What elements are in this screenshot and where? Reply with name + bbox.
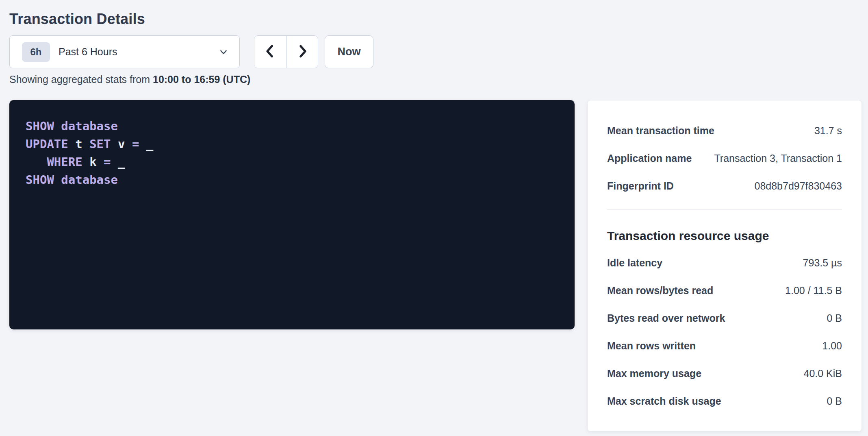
time-nav-button-group [254, 35, 318, 68]
now-button[interactable]: Now [325, 35, 373, 68]
next-time-button[interactable] [286, 36, 318, 68]
summary-row: Fingerprint ID 08d8b7d97f830463 [607, 172, 842, 200]
sql-token-plain: _ [111, 155, 125, 169]
summary-row-value: 31.7 s [814, 125, 842, 137]
sql-token-plain [26, 155, 47, 169]
usage-row: Idle latency 793.5 µs [607, 249, 842, 277]
summary-row-label: Fingerprint ID [607, 180, 674, 192]
usage-row-value: 1.00 / 11.5 B [785, 285, 842, 296]
chevron-right-icon [295, 44, 309, 60]
usage-row-value: 40.0 KiB [803, 368, 842, 379]
summary-row-value: Transaction 3, Transaction 1 [714, 153, 842, 164]
sql-token-plain: k [82, 155, 104, 169]
sql-token-plain: _ [139, 137, 153, 151]
sql-code-line: WHERE k = _ [26, 153, 558, 171]
sql-code-line: SHOW database [26, 117, 558, 135]
sql-token-keyword: = [104, 155, 111, 169]
chevron-down-icon [218, 47, 229, 57]
usage-row-label: Max memory usage [607, 368, 701, 379]
usage-row-label: Max scratch disk usage [607, 395, 721, 407]
caption-time-range: 10:00 to 16:59 (UTC) [153, 74, 250, 85]
prev-time-button[interactable] [254, 36, 286, 68]
transaction-details-page: Transaction Details 6h Past 6 Hours [0, 0, 868, 432]
usage-row-label: Mean rows written [607, 340, 696, 352]
usage-row: Bytes read over network 0 B [607, 304, 842, 332]
sql-code-line: SHOW database [26, 171, 558, 189]
usage-row: Max memory usage 40.0 KiB [607, 360, 842, 387]
usage-row-label: Mean rows/bytes read [607, 285, 713, 296]
summary-row: Application name Transaction 3, Transact… [607, 144, 842, 172]
aggregated-stats-caption: Showing aggregated stats from 10:00 to 1… [9, 74, 868, 85]
sql-token-plain: v [111, 137, 132, 151]
card-divider [607, 209, 842, 210]
usage-row-value: 0 B [827, 312, 842, 324]
summary-row-label: Application name [607, 153, 692, 164]
resource-usage-section-title: Transaction resource usage [607, 228, 842, 244]
chevron-left-icon [263, 44, 277, 60]
usage-row: Mean rows written 1.00 [607, 332, 842, 360]
caption-prefix: Showing aggregated stats from [9, 74, 153, 85]
usage-row-value: 0 B [827, 395, 842, 407]
time-range-picker[interactable]: 6h Past 6 Hours [9, 35, 240, 68]
usage-row-value: 1.00 [822, 340, 842, 352]
summary-row-label: Mean transaction time [607, 125, 714, 137]
usage-row-label: Idle latency [607, 257, 662, 269]
sql-token-keyword: SET [89, 137, 111, 151]
sql-token-keyword: SHOW database [26, 173, 118, 187]
transaction-summary-card: Mean transaction time 31.7 s Application… [587, 100, 862, 432]
sql-token-keyword: WHERE [47, 155, 82, 169]
sql-token-keyword: = [132, 137, 139, 151]
summary-row-value: 08d8b7d97f830463 [754, 180, 842, 192]
usage-row-value: 793.5 µs [803, 257, 842, 269]
usage-row-label: Bytes read over network [607, 312, 725, 324]
sql-statements-box: SHOW databaseUPDATE t SET v = _ WHERE k … [9, 100, 575, 329]
usage-row: Mean rows/bytes read 1.00 / 11.5 B [607, 277, 842, 304]
summary-row: Mean transaction time 31.7 s [607, 117, 842, 144]
sql-code: SHOW databaseUPDATE t SET v = _ WHERE k … [26, 117, 558, 189]
page-title: Transaction Details [9, 10, 868, 28]
sql-token-plain: t [68, 137, 89, 151]
time-range-badge: 6h [22, 42, 50, 62]
usage-row: Max scratch disk usage 0 B [607, 387, 842, 415]
time-controls-toolbar: 6h Past 6 Hours [9, 35, 868, 68]
time-range-label: Past 6 Hours [59, 46, 117, 58]
main-content: SHOW databaseUPDATE t SET v = _ WHERE k … [9, 100, 868, 432]
sql-token-keyword: UPDATE [26, 137, 68, 151]
sql-code-line: UPDATE t SET v = _ [26, 135, 558, 153]
sql-token-keyword: SHOW database [26, 119, 118, 133]
